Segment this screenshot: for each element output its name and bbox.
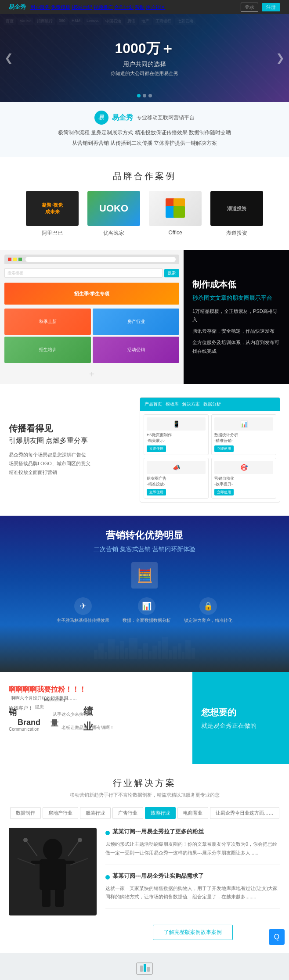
word-achievement: 绩: [83, 705, 93, 718]
about-icon-wrap: [9, 962, 280, 975]
brand-case-label-alibaba: 阿里巴巴: [42, 230, 63, 237]
cost-feature-3: 全方位服务及培训体系，从内容到发布可找在线完成: [192, 338, 280, 356]
section-cost: 搜索模板... 搜索 招生季·学生专项 秋季上新 房产行业 招生培训 活动促销 …: [0, 250, 289, 384]
cost-title: 制作成本低: [192, 279, 280, 291]
case-dot-2: [105, 875, 110, 879]
brand-cases-grid: 凝聚·视觉 成未来 阿里巴巴 UOKO 优客逸家 Office: [9, 191, 280, 237]
nav-item-user-service[interactable]: 用户服务: [30, 4, 50, 10]
add-template-button[interactable]: ＋: [87, 368, 96, 380]
word-sales: 销: [9, 707, 17, 718]
brand-case-hudao: 湖道投资 湖道投资: [210, 191, 263, 237]
brand-case-label-youke: 优客逸家: [103, 230, 124, 237]
platform-try-btn-2[interactable]: 立即使用: [214, 445, 234, 452]
platform-try-btn-4[interactable]: 立即使用: [214, 489, 234, 495]
want-right-title: 您想要的: [201, 707, 280, 718]
brand-info-section: 易 易企秀 专业移动互联网营销平台 极简制作流程 量身定制展示方式 精准投放保证…: [0, 102, 289, 157]
spread-title: 传播看得见: [9, 423, 131, 434]
word-1: 啊啊啊啊我要拉粉！！！: [9, 685, 86, 694]
brand-case-alibaba: 凝聚·视觉 成未来 阿里巴巴: [26, 191, 79, 237]
brand-case-img-youke: UOKO: [87, 191, 140, 226]
word-brand: Brand: [18, 718, 40, 727]
template-cell-4: 活动促销: [93, 337, 179, 363]
hero-title: 1000万＋: [115, 39, 174, 58]
industry-tab-ad[interactable]: 广告行业: [112, 807, 143, 819]
brand-case-label-office: Office: [168, 230, 182, 236]
site-logo[interactable]: 易企秀: [9, 3, 26, 11]
spread-left: 传播看得见 引爆朋友圈 点燃多重分享 易企秀的每个场景都是您深绑广告位 场景搭载…: [9, 423, 131, 477]
section-marketing: 营销转化优势明显 二次营销 集客式营销 营销闭环新体验 🧮 ✈ 主子雅马林基得佳…: [0, 516, 289, 672]
case-dot-1: [105, 831, 110, 835]
industry-tab-real-estate[interactable]: 房地产行业: [43, 807, 78, 819]
more-cases-button[interactable]: 了解完整版案例故事案例: [153, 925, 233, 940]
svg-point-13: [78, 838, 82, 842]
brand-case-label-hudao: 湖道投资: [226, 230, 247, 237]
platform-card-1: 📱 H5微页面制作-精美展示- 立即使用: [144, 414, 209, 455]
nav-item-partner[interactable]: 合作计划: [114, 4, 134, 10]
template-cell-3: 招生培训: [4, 337, 91, 363]
industry-left: [9, 828, 97, 915]
industry-title: 行业解决方案: [9, 777, 280, 789]
hero-prev-arrow[interactable]: ❮: [4, 52, 13, 64]
spread-desc-2: 场景搭载品牌LOGO、城市同区的意义: [9, 459, 131, 468]
platform-try-btn-1[interactable]: 立即使用: [147, 445, 166, 452]
platform-card-icon-4: 🎯: [214, 461, 273, 474]
hero-desc: 你知道的大公司都在使用易企秀: [111, 70, 178, 77]
svg-point-4: [43, 839, 62, 861]
nav-item-video[interactable]: 视频推广: [94, 4, 113, 10]
register-button[interactable]: 注册: [262, 3, 280, 11]
search-button[interactable]: 搜索: [164, 269, 179, 277]
marketing-feature-1: ✈ 主子雅马林基得佳传播效果: [57, 597, 109, 624]
word-hide: 隐患: [35, 704, 44, 710]
hero-dot-3[interactable]: [148, 94, 152, 97]
industry-tab-travel[interactable]: 旅游行业: [145, 807, 176, 819]
nav-item-help[interactable]: 帮助: [135, 4, 144, 10]
hero-banner: 百度 Vanke 招商银行 360 H&M Lenovo 中国石油 腾讯 地产 …: [0, 14, 289, 102]
svg-rect-9: [55, 889, 64, 907]
platform-nav-4: 数据分析: [203, 401, 221, 407]
hero-dots: [137, 94, 152, 97]
want-right-subtitle: 就是易企秀正在做的: [201, 722, 280, 730]
svg-rect-8: [42, 889, 51, 907]
brand-case-img-hudao: 湖道投资: [210, 191, 263, 226]
marketing-subtitle: 二次营销 集客式营销 营销闭环新体验: [9, 546, 280, 553]
template-grid: 秋季上新 房产行业 招生培训 活动促销: [4, 309, 179, 363]
login-button[interactable]: 登录: [241, 3, 258, 12]
case-item-1: 某某订阅---用易企秀拉了更多的粉丝 以预约形式让主题活动刷爆朋友圈的！你的文章…: [105, 828, 280, 865]
industry-tab-more[interactable]: 让易企秀今日业这方面……: [210, 807, 279, 819]
word-industry: 业: [83, 720, 93, 733]
industry-tab-ecommerce[interactable]: 电商育业: [177, 807, 208, 819]
marketing-feature-2: 📊 数据：全面数据数据分析: [123, 597, 171, 624]
industry-desc: 移动营销新趋势手行下不言论数据剖析，精益求精以旭服务更专业的您: [9, 792, 280, 798]
header-right: 登录 注册: [241, 3, 280, 12]
brand-case-office: Office: [149, 191, 202, 237]
city-skyline: [9, 637, 280, 659]
industry-tab-fashion[interactable]: 服装行业: [80, 807, 111, 819]
svg-rect-19: [147, 967, 150, 972]
case-desc-2: 这就一家---某家某快的销售数据的购物人，用于了开发地库库地有过让(让文)大家同…: [105, 884, 280, 902]
platform-card-icon-3: 📣: [147, 461, 206, 474]
case-desc-1: 以预约形式让主题活动刷爆朋友圈的！你的文章被朋友分享次数为0，你会把已经做一定一…: [105, 840, 280, 858]
marketing-features: ✈ 主子雅马林基得佳传播效果 📊 数据：全面数据数据分析 🔒 锁定潜力客户，精准…: [9, 597, 280, 624]
nav-item-free-template[interactable]: 免费模板: [51, 4, 70, 10]
industry-tab-data[interactable]: 数据制作: [10, 807, 41, 819]
hero-next-arrow[interactable]: ❯: [276, 52, 285, 64]
hero-dot-2[interactable]: [143, 94, 146, 97]
cost-subtitle: 秒杀图文文章的朋友圈展示平台: [192, 294, 280, 302]
figure-silhouette-svg: [13, 832, 92, 911]
nav-item-community[interactable]: 用户社区: [146, 4, 165, 10]
platform-try-btn-3[interactable]: 立即使用: [147, 489, 166, 495]
cost-feature-2: 腾讯云存储，安全稳定，作品快速发布: [192, 327, 280, 336]
template-cell-2: 房产行业: [93, 309, 179, 335]
want-left: 啊啊啊啊我要拉粉！！！ 啊啊六个月没开张的销售飘泪…… 给我客户！ 销 隐患 M…: [0, 672, 192, 764]
hero-dot-1[interactable]: [137, 94, 141, 97]
brand-name: 易企秀: [112, 113, 133, 122]
marketing-title: 营销转化优势明显: [9, 529, 280, 542]
brand-cases-section: 品牌合作案例 凝聚·视觉 成未来 阿里巴巴 UOKO 优客逸家: [0, 157, 289, 250]
marketing-feature-3: 🔒 锁定潜力客户，精准转化: [184, 597, 232, 624]
platform-card-icon-1: 📱: [147, 417, 206, 431]
word-marketing: Marketing: [44, 697, 65, 702]
nav-item-h5[interactable]: H5展示纪: [72, 4, 92, 10]
qq-float-button[interactable]: Q: [269, 929, 285, 945]
word-quantity: 量: [51, 718, 58, 729]
brand-tagline: 专业移动互联网营销平台: [137, 114, 195, 122]
